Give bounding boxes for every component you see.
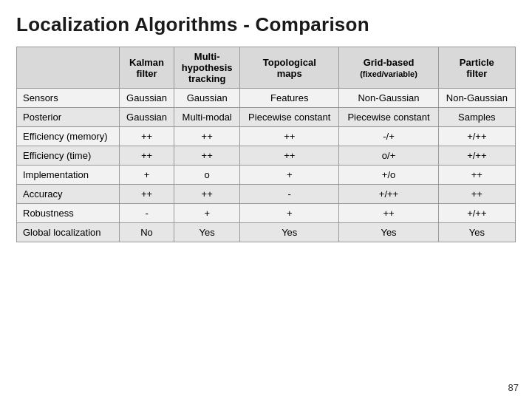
page-number: 87 <box>508 382 519 393</box>
cell-4-4: ++ <box>438 166 515 185</box>
cell-2-4: +/++ <box>438 127 515 146</box>
page-container: Localization Algorithms - Comparison Kal… <box>0 0 532 250</box>
table-row: Efficiency (time)++++++o/++/++ <box>17 146 516 166</box>
cell-4-3: +/o <box>339 166 438 185</box>
cell-4-1: o <box>174 166 240 185</box>
cell-7-0: No <box>119 223 174 242</box>
cell-3-1: ++ <box>174 146 240 166</box>
cell-2-0: ++ <box>119 127 174 146</box>
cell-0-1: Gaussian <box>174 89 240 108</box>
cell-7-4: Yes <box>438 223 515 242</box>
cell-5-0: ++ <box>119 185 174 204</box>
cell-6-3: ++ <box>339 204 438 223</box>
table-row: Robustness-+++++/++ <box>17 204 516 223</box>
cell-6-0: - <box>119 204 174 223</box>
table-row: Implementation+o++/o++ <box>17 166 516 185</box>
cell-1-4: Samples <box>438 108 515 127</box>
row-label: Global localization <box>17 223 120 242</box>
cell-6-2: + <box>240 204 339 223</box>
cell-4-2: + <box>240 166 339 185</box>
comparison-table: Kalmanfilter Multi-hypothesistracking To… <box>16 47 516 242</box>
cell-7-1: Yes <box>174 223 240 242</box>
col-header-5: Particlefilter <box>438 47 515 89</box>
table-header-row: Kalmanfilter Multi-hypothesistracking To… <box>17 47 516 89</box>
table-row: Global localizationNoYesYesYesYes <box>17 223 516 242</box>
cell-2-1: ++ <box>174 127 240 146</box>
row-label: Robustness <box>17 204 120 223</box>
cell-3-4: +/++ <box>438 146 515 166</box>
row-label: Posterior <box>17 108 120 127</box>
row-label: Efficiency (time) <box>17 146 120 166</box>
table-row: PosteriorGaussianMulti-modalPiecewise co… <box>17 108 516 127</box>
cell-2-2: ++ <box>240 127 339 146</box>
cell-5-3: +/++ <box>339 185 438 204</box>
cell-5-2: - <box>240 185 339 204</box>
cell-1-2: Piecewise constant <box>240 108 339 127</box>
col-header-2: Multi-hypothesistracking <box>174 47 240 89</box>
page-title: Localization Algorithms - Comparison <box>16 13 516 36</box>
cell-5-1: ++ <box>174 185 240 204</box>
col-header-1: Kalmanfilter <box>119 47 174 89</box>
table-row: SensorsGaussianGaussianFeaturesNon-Gauss… <box>17 89 516 108</box>
table-row: Efficiency (memory)++++++-/++/++ <box>17 127 516 146</box>
cell-0-4: Non-Gaussian <box>438 89 515 108</box>
cell-6-4: +/++ <box>438 204 515 223</box>
cell-4-0: + <box>119 166 174 185</box>
cell-1-1: Multi-modal <box>174 108 240 127</box>
cell-2-3: -/+ <box>339 127 438 146</box>
col-header-0 <box>17 47 120 89</box>
cell-3-0: ++ <box>119 146 174 166</box>
row-label: Efficiency (memory) <box>17 127 120 146</box>
cell-7-2: Yes <box>240 223 339 242</box>
cell-7-3: Yes <box>339 223 438 242</box>
cell-3-2: ++ <box>240 146 339 166</box>
cell-6-1: + <box>174 204 240 223</box>
row-label: Implementation <box>17 166 120 185</box>
cell-1-3: Piecewise constant <box>339 108 438 127</box>
row-label: Accuracy <box>17 185 120 204</box>
cell-5-4: ++ <box>438 185 515 204</box>
col-header-4: Grid-based(fixed/variable) <box>339 47 438 89</box>
cell-3-3: o/+ <box>339 146 438 166</box>
cell-0-3: Non-Gaussian <box>339 89 438 108</box>
row-label: Sensors <box>17 89 120 108</box>
cell-0-0: Gaussian <box>119 89 174 108</box>
cell-0-2: Features <box>240 89 339 108</box>
col-header-3: Topologicalmaps <box>240 47 339 89</box>
table-row: Accuracy++++-+/++++ <box>17 185 516 204</box>
cell-1-0: Gaussian <box>119 108 174 127</box>
